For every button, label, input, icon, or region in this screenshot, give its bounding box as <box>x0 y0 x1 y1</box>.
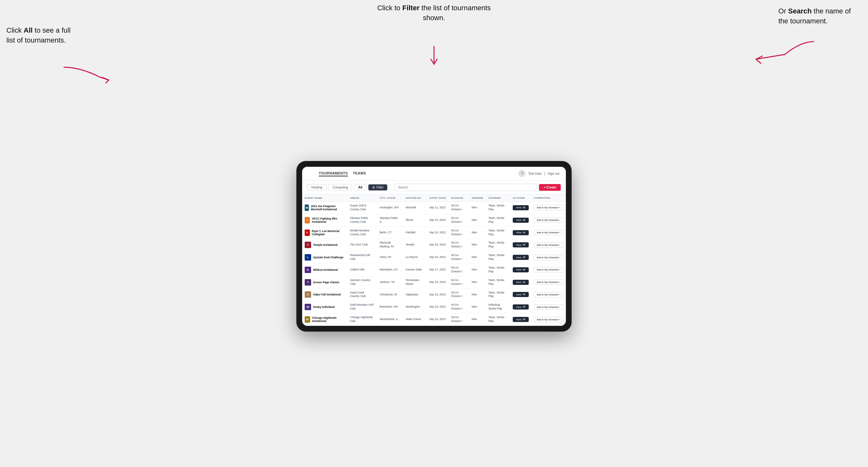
filter-label: Filter <box>376 186 383 189</box>
cell-competing-6: Add to My Schedule + <box>531 276 566 288</box>
add-schedule-button-9[interactable]: Add to My Schedule + <box>534 317 563 322</box>
view-button-2[interactable]: View 👁 <box>513 230 529 235</box>
annotation-topcenter: Click to Filter the list of tournaments … <box>373 3 495 23</box>
cell-gender-4: Men <box>469 251 486 264</box>
cell-scoring-3: Team, Stroke Play <box>486 239 510 251</box>
cell-venue-3: The 1912 Club <box>347 239 377 251</box>
col-event-name: EVENT NAME <box>302 195 347 201</box>
filter-button[interactable]: ⚙ Filter <box>368 184 387 190</box>
table-row: M 2023 Joe Feaganes Marshall Invitationa… <box>302 201 566 214</box>
cell-hostedby-7: Valparaiso <box>403 288 427 301</box>
view-button-7[interactable]: View 👁 <box>513 292 529 297</box>
filter-bar: Hosting Competing All ⚙ Filter + Create <box>302 181 566 195</box>
cell-city-5: Manhattan, KS <box>377 264 403 276</box>
cell-gender-6: Men <box>469 276 486 288</box>
add-schedule-button-7[interactable]: Add to My Schedule + <box>534 292 563 298</box>
cell-competing-4: Add to My Schedule + <box>531 251 566 264</box>
cell-startdate-4: Sep 16, 2023 <box>427 251 448 264</box>
view-button-6[interactable]: View 👁 <box>513 280 529 285</box>
cell-division-4: NCAA Division I <box>449 251 469 264</box>
table-header-row: EVENT NAME VENUE CITY, STATE HOSTED BY S… <box>302 195 566 201</box>
cell-event-name-2: F Ryan T. Lee Memorial Collegiate <box>302 226 347 239</box>
table-row: I OFCC Fighting Illini Invitational Olym… <box>302 214 566 226</box>
cell-scoring-7: Team, Stroke Play <box>486 288 510 301</box>
filter-icon: ⚙ <box>372 186 375 189</box>
cell-city-6: Jackson, TN <box>377 276 403 288</box>
tab-competing[interactable]: Competing <box>329 184 352 191</box>
event-name-text-3: Temple Invitational <box>313 243 337 246</box>
view-button-4[interactable]: View 👁 <box>513 255 529 260</box>
nav-tournaments[interactable]: TOURNAMENTS <box>319 170 348 176</box>
cell-venue-7: Sand Creek Country Club <box>347 288 377 301</box>
add-schedule-button-4[interactable]: Add to My Schedule + <box>534 255 563 260</box>
add-schedule-button-5[interactable]: Add to My Schedule + <box>534 267 563 272</box>
cell-hostedby-5: Kansas State <box>403 264 427 276</box>
cell-division-8: NCAA Division I <box>449 301 469 313</box>
cell-actions-0: View 👁 <box>510 201 531 214</box>
view-button-0[interactable]: View 👁 <box>513 205 529 210</box>
view-button-9[interactable]: View 👁 <box>513 317 529 322</box>
eye-icon-6: 👁 <box>523 281 526 284</box>
cell-venue-5: Colbert Hills <box>347 264 377 276</box>
cell-event-name-5: K Wildcat Invitational <box>302 264 347 276</box>
add-schedule-button-2[interactable]: Add to My Schedule + <box>534 230 563 235</box>
event-name-text-4: Upstate Dual Challenge <box>313 256 343 259</box>
view-button-5[interactable]: View 👁 <box>513 267 529 272</box>
eye-icon-7: 👁 <box>523 293 526 296</box>
cell-event-name-1: I OFCC Fighting Illini Invitational <box>302 214 347 226</box>
cell-competing-1: Add to My Schedule + <box>531 214 566 226</box>
cell-scoring-9: Team, Stroke Play <box>486 313 510 326</box>
event-name-text-9: Chicago Highlands Invitational <box>312 316 345 323</box>
eye-icon-5: 👁 <box>523 268 526 272</box>
col-competing: COMPETING <box>531 195 566 201</box>
cell-event-name-4: L Upstate Dual Challenge <box>302 251 347 264</box>
table-row: T Grover Page Classic Jackson Country Cl… <box>302 276 566 288</box>
add-schedule-button-3[interactable]: Add to My Schedule + <box>534 242 563 248</box>
add-schedule-button-6[interactable]: Add to My Schedule + <box>534 279 563 285</box>
cell-city-1: Olympia Fields, IL <box>377 214 403 226</box>
cell-hostedby-3: Temple <box>403 239 427 251</box>
eye-icon-1: 👁 <box>523 219 526 222</box>
cell-hostedby-1: Illinois <box>403 214 427 226</box>
cell-startdate-8: Sep 18, 2023 <box>427 301 448 313</box>
sign-out-link[interactable]: Sign out <box>548 172 559 176</box>
col-start-date: START DATE <box>427 195 448 201</box>
view-button-1[interactable]: View 👁 <box>513 218 529 223</box>
col-actions: ACTIONS <box>510 195 531 201</box>
tablet-frame: TOURNAMENTS TEAMS T Test User | Sign out… <box>297 161 571 332</box>
header-right: T Test User | Sign out <box>519 170 559 177</box>
cell-division-7: NCAA Division I <box>449 288 469 301</box>
nav-teams[interactable]: TEAMS <box>353 170 366 176</box>
cell-startdate-1: Sep 15, 2023 <box>427 214 448 226</box>
add-schedule-button-0[interactable]: Add to My Schedule + <box>534 205 563 210</box>
event-name-text-1: OFCC Fighting Illini Invitational <box>312 217 345 223</box>
cell-scoring-2: Team, Stroke Play <box>486 226 510 239</box>
cell-gender-8: Men <box>469 301 486 313</box>
cell-city-8: Bremerton, WA <box>377 301 403 313</box>
create-button[interactable]: + Create <box>539 184 561 191</box>
eye-icon-0: 👁 <box>523 206 526 209</box>
tab-hosting[interactable]: Hosting <box>307 184 327 191</box>
cell-gender-1: Men <box>469 214 486 226</box>
event-name-text-0: 2023 Joe Feaganes Marshall Invitational <box>311 205 345 211</box>
view-button-8[interactable]: View 👁 <box>513 304 529 310</box>
cell-event-name-8: W Husky Individual <box>302 301 347 313</box>
search-input[interactable] <box>394 184 537 191</box>
eye-icon-4: 👁 <box>523 256 526 259</box>
cell-actions-8: View 👁 <box>510 301 531 313</box>
cell-scoring-6: Team, Stroke Play <box>486 276 510 288</box>
cell-competing-2: Add to My Schedule + <box>531 226 566 239</box>
eye-icon-3: 👁 <box>523 243 526 246</box>
cell-startdate-9: Sep 18, 2023 <box>427 313 448 326</box>
cell-hostedby-2: Fairfield <box>403 226 427 239</box>
cell-hostedby-4: Le Moyne <box>403 251 427 264</box>
cell-startdate-2: Sep 16, 2023 <box>427 226 448 239</box>
cell-actions-4: View 👁 <box>510 251 531 264</box>
cell-hostedby-9: Wake Forest <box>403 313 427 326</box>
tab-all[interactable]: All <box>354 184 367 191</box>
add-schedule-button-8[interactable]: Add to My Schedule + <box>534 304 563 310</box>
view-button-3[interactable]: View 👁 <box>513 242 529 247</box>
add-schedule-button-1[interactable]: Add to My Schedule + <box>534 217 563 223</box>
cell-startdate-7: Sep 18, 2023 <box>427 288 448 301</box>
cell-venue-4: Ravenwood Golf Club <box>347 251 377 264</box>
